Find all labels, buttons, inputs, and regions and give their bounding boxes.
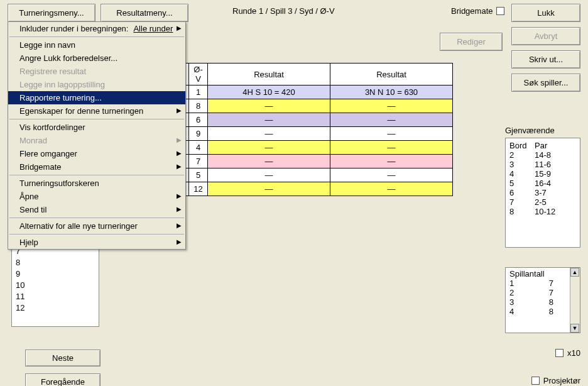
- list-item[interactable]: 11: [16, 291, 95, 302]
- result-cell-1[interactable]: —: [208, 99, 330, 113]
- ov-cell: 7: [189, 155, 208, 168]
- remaining-col-bord: Bord: [509, 141, 535, 150]
- sok-spiller-button[interactable]: Søk spiller...: [511, 74, 580, 92]
- remaining-row: 516-4: [509, 179, 576, 188]
- foregaende-button[interactable]: Foregående: [25, 373, 101, 386]
- submenu-arrow-icon: ▶: [177, 107, 182, 114]
- table-row[interactable]: 116——: [170, 113, 453, 127]
- result-cell-2[interactable]: —: [330, 168, 453, 182]
- scroll-up-icon[interactable]: ▲: [570, 268, 579, 277]
- result-table: N-S Ø-V Resultat Resultat 1314H S 10 = 4…: [170, 63, 453, 196]
- menu-item: Legge inn lagoppstilling: [8, 78, 185, 91]
- table-row[interactable]: 1012——: [170, 182, 453, 196]
- result-cell-2[interactable]: 3N N 10 = 630: [330, 85, 453, 99]
- remaining-row: 810-12: [509, 207, 576, 216]
- remaining-row: 63-7: [509, 188, 576, 197]
- spillantall-row: 48: [509, 307, 566, 316]
- ov-cell: 9: [189, 127, 208, 141]
- ov-cell: 5: [189, 168, 208, 182]
- result-cell-2[interactable]: —: [330, 99, 453, 113]
- spillantall-row: 38: [509, 297, 566, 307]
- spillantall-title: Spillantall: [509, 269, 566, 278]
- menu-separator: [9, 119, 184, 119]
- col-ov: Ø-V: [189, 63, 208, 85]
- resultat-menu-button[interactable]: Resultatmeny...: [101, 4, 188, 22]
- menu-item[interactable]: Flere omganger▶: [8, 147, 185, 160]
- submenu-arrow-icon: ▶: [177, 150, 182, 157]
- round-info-label: Runde 1 / Spill 3 / Syd / Ø-V: [232, 6, 335, 16]
- result-cell-1[interactable]: —: [208, 113, 330, 127]
- result-cell-2[interactable]: —: [330, 155, 453, 168]
- lukk-button[interactable]: Lukk: [511, 4, 580, 22]
- menu-item[interactable]: Angre Lukk forberedelser...: [8, 52, 185, 65]
- remaining-list: Bord Par 214-8311-6415-9516-463-772-5810…: [505, 138, 580, 248]
- menu-separator: [9, 175, 184, 175]
- menu-item[interactable]: Legge inn navn: [8, 38, 185, 52]
- list-item[interactable]: 12: [16, 302, 95, 314]
- remaining-row: 415-9: [509, 169, 576, 179]
- result-cell-1[interactable]: —: [208, 168, 330, 182]
- submenu-arrow-icon: ▶: [177, 206, 182, 212]
- menu-item[interactable]: Turneringsutforskeren: [8, 177, 185, 190]
- menu-item: Monrad▶: [8, 134, 185, 147]
- menu-include-value: Alle runder: [133, 24, 173, 33]
- submenu-arrow-icon: ▶: [177, 238, 182, 245]
- submenu-arrow-icon: ▶: [177, 192, 182, 199]
- turnerings-menu-button[interactable]: Turneringsmeny...: [8, 4, 95, 22]
- result-cell-2[interactable]: —: [330, 113, 453, 127]
- submenu-arrow-icon: ▶: [177, 222, 182, 229]
- bridgemate-checkbox[interactable]: [496, 7, 504, 15]
- menu-item[interactable]: Egenskaper for denne turneringen▶: [8, 104, 185, 118]
- result-cell-1[interactable]: —: [208, 155, 330, 168]
- menu-item[interactable]: Rapportere turnering...: [8, 91, 185, 104]
- result-cell-2[interactable]: —: [330, 182, 453, 196]
- spillantall-row: 17: [509, 278, 566, 288]
- spillantall-list: Spillantall 17273848 ▲ ▼: [505, 267, 580, 333]
- rediger-button[interactable]: Rediger: [440, 33, 503, 51]
- menu-separator: [9, 36, 184, 37]
- table-row[interactable]: 159——: [170, 127, 453, 141]
- result-cell-2[interactable]: —: [330, 127, 453, 141]
- submenu-arrow-icon: ▶: [177, 25, 182, 31]
- menu-item[interactable]: Bridgemate▶: [8, 160, 185, 174]
- spillantall-scrollbar[interactable]: ▲ ▼: [570, 268, 580, 333]
- x10-checkbox[interactable]: [555, 349, 564, 357]
- menu-item[interactable]: Åpne▶: [8, 190, 185, 203]
- menu-item[interactable]: Vis kortfordelinger: [8, 121, 185, 134]
- ov-cell: 6: [189, 113, 208, 127]
- menu-include-rounds[interactable]: Inkluder runder i beregningen: Alle rund…: [8, 22, 185, 35]
- ov-cell: 4: [189, 141, 208, 155]
- menu-item[interactable]: Send til▶: [8, 203, 185, 216]
- list-item[interactable]: 8: [16, 257, 95, 268]
- table-row[interactable]: 148——: [170, 99, 453, 113]
- menu-separator: [9, 234, 184, 234]
- scroll-down-icon[interactable]: ▼: [570, 324, 579, 333]
- remaining-title: Gjenværende: [505, 126, 580, 135]
- prosjektor-label: Prosjektør: [543, 376, 580, 385]
- ov-cell: 1: [189, 85, 208, 99]
- table-row[interactable]: 25——: [170, 168, 453, 182]
- turnerings-dropdown-menu[interactable]: Inkluder runder i beregningen: Alle rund…: [8, 21, 186, 250]
- result-cell-2[interactable]: —: [330, 141, 453, 155]
- avbryt-button[interactable]: Avbryt: [511, 27, 580, 45]
- result-cell-1[interactable]: —: [208, 182, 330, 196]
- menu-separator: [9, 218, 184, 218]
- remaining-row: 214-8: [509, 150, 576, 160]
- table-row[interactable]: 37——: [170, 155, 453, 168]
- neste-button[interactable]: Neste: [25, 350, 101, 367]
- menu-item[interactable]: Alternativ for alle nye turneringer▶: [8, 219, 185, 233]
- spillantall-row: 27: [509, 288, 566, 297]
- skrivut-button[interactable]: Skriv ut...: [511, 50, 580, 69]
- remaining-col-par: Par: [535, 141, 547, 150]
- list-item[interactable]: 10: [16, 280, 95, 291]
- prosjektor-checkbox[interactable]: [531, 377, 540, 385]
- list-item[interactable]: 9: [16, 268, 95, 280]
- table-row[interactable]: 1314H S 10 = 4203N N 10 = 630: [170, 85, 453, 99]
- result-cell-1[interactable]: —: [208, 141, 330, 155]
- table-row[interactable]: 164——: [170, 141, 453, 155]
- menu-item[interactable]: Hjelp▶: [8, 236, 185, 249]
- result-cell-1[interactable]: —: [208, 127, 330, 141]
- submenu-arrow-icon: ▶: [177, 136, 182, 143]
- result-cell-1[interactable]: 4H S 10 = 420: [208, 85, 330, 99]
- submenu-arrow-icon: ▶: [177, 163, 182, 170]
